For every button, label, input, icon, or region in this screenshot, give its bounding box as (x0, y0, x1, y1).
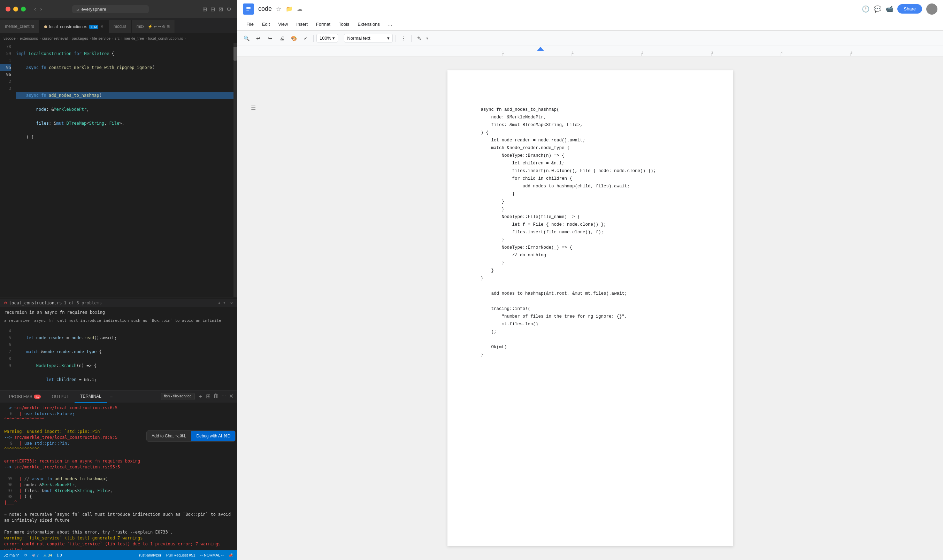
breadcrumb: vscode › extensions › cursor-retrieval ›… (0, 34, 237, 43)
breadcrumb-part[interactable]: local_construction.rs (148, 36, 183, 40)
list-icon[interactable]: ☰ (251, 105, 256, 111)
paint-format-button[interactable]: 🎨 (289, 34, 299, 43)
docs-menubar: File Edit View Insert Format Tools Exten… (237, 18, 943, 31)
docs-title[interactable]: code (258, 5, 272, 12)
search-bar[interactable]: ⌕ everysphere (72, 5, 149, 13)
share-button[interactable]: Share (897, 4, 922, 14)
code-line: let f = File { node: node.clone() }; (481, 222, 606, 227)
menu-extensions[interactable]: Extensions (354, 20, 383, 28)
warning-count: 34 (48, 553, 52, 557)
status-branch[interactable]: ⎇ main* (3, 553, 19, 558)
breadcrumb-sep: › (69, 36, 70, 40)
nav-down-icon[interactable]: ⬇ (218, 300, 220, 305)
spell-check-button[interactable]: ✓ (301, 34, 311, 43)
toolbar-separator-4 (411, 35, 411, 42)
minimize-button[interactable] (13, 7, 18, 11)
more-options-button[interactable]: ⋮ (399, 34, 408, 43)
folder-icon[interactable]: 📁 (286, 6, 293, 12)
forward-button[interactable]: › (39, 5, 43, 13)
tab-close-icon[interactable]: ✕ (100, 25, 103, 29)
redo-button[interactable]: ↪ (265, 34, 275, 43)
search-toolbar-button[interactable]: 🔍 (242, 34, 251, 43)
scrollbar[interactable] (233, 43, 237, 297)
add-to-chat-button[interactable]: Add to Chat ⌥⌘L (147, 431, 191, 441)
error-count-icon: ⊗ (32, 553, 35, 558)
status-warnings[interactable]: △ 34 (43, 553, 52, 558)
breadcrumb-part[interactable]: merkle_tree (124, 36, 144, 40)
style-dropdown[interactable]: Normal text ▾ (344, 34, 393, 43)
status-errors[interactable]: ⊗ 7 (32, 553, 39, 558)
svg-text:1: 1 (572, 51, 573, 54)
tab-mod[interactable]: mod.rs (109, 20, 132, 33)
video-icon[interactable]: 📹 (886, 5, 893, 13)
layout-icon[interactable]: ⊞ (202, 6, 207, 12)
back-button[interactable]: ‹ (33, 5, 37, 13)
menu-more[interactable]: ... (385, 20, 396, 28)
code-section-2: 4 5 6 7 8 9 let node_reader = node.read(… (0, 328, 237, 390)
more-icon[interactable]: ··· (222, 393, 226, 400)
terminal-line: 95 | // async fn add_nodes_to_hashmap( (4, 476, 233, 482)
breadcrumb-part[interactable]: packages (72, 36, 88, 40)
tab-problems[interactable]: PROBLEMS 41 (3, 391, 46, 403)
code-editor[interactable]: 78 59 1 95 96 2 3 impl LocalConstruction… (0, 43, 237, 297)
close-button[interactable] (6, 7, 11, 11)
close-panel-icon[interactable]: ✕ (229, 393, 233, 400)
terminal-line: error[E0733]: recursion in an async fn r… (4, 458, 233, 464)
debug-with-ai-button[interactable]: Debug with AI ⌘D (191, 431, 235, 441)
error-message-1: recursion in an async fn requires boxing (0, 307, 237, 318)
maximize-button[interactable] (21, 7, 26, 11)
grid-icon[interactable]: ⊠ (219, 6, 223, 12)
user-avatar[interactable] (926, 3, 937, 15)
undo-button[interactable]: ↩ (253, 34, 263, 43)
code-line: mt.files.len() (481, 322, 538, 327)
more-panel-options[interactable]: ··· (107, 394, 116, 399)
feedback-icon[interactable]: 📣 (229, 553, 233, 558)
error-nav[interactable]: ⬇ ⬆ (218, 300, 225, 305)
pr-status[interactable]: Pull Request #51 (166, 553, 196, 558)
settings-icon[interactable]: ⚙ (227, 6, 231, 12)
tab-output[interactable]: OUTPUT (46, 391, 75, 403)
star-icon[interactable]: ☆ (276, 5, 282, 13)
breadcrumb-part[interactable]: cursor-retrieval (42, 36, 68, 40)
code-line: node: &MerkleNodePtr, (481, 115, 546, 120)
print-button[interactable]: 🖨 (277, 34, 287, 43)
zoom-dropdown[interactable]: 100% ▾ (316, 34, 338, 43)
split-terminal-icon[interactable]: ⊞ (206, 393, 211, 400)
menu-edit[interactable]: Edit (259, 20, 273, 28)
panel-tabs: PROBLEMS 41 OUTPUT TERMINAL ··· fish - f… (0, 391, 237, 403)
tab-merkle-client[interactable]: merkle_client.rs (0, 20, 39, 33)
menu-view[interactable]: View (274, 20, 291, 28)
breadcrumb-part[interactable]: file-service (92, 36, 111, 40)
warning-icon: △ (43, 553, 46, 558)
split-icon[interactable]: ⊟ (211, 6, 215, 12)
menu-format[interactable]: Format (313, 20, 334, 28)
tab-terminal[interactable]: TERMINAL (75, 391, 107, 403)
panel-icons: fish - file-service ＋ ⊞ 🗑 ··· ✕ (161, 393, 233, 400)
history-icon[interactable]: 🕐 (862, 5, 869, 13)
menu-tools[interactable]: Tools (335, 20, 353, 28)
breadcrumb-part[interactable]: vscode (3, 36, 16, 40)
terminal-content[interactable]: --> src/merkle_tree/local_construction.r… (0, 403, 237, 550)
nav-up-icon[interactable]: ⬆ (223, 300, 225, 305)
edit-pencil-button[interactable]: ✎ (414, 34, 424, 43)
tab-local-construction[interactable]: local_construction.rs 3, M ✕ (39, 20, 109, 33)
docs-content-area[interactable]: ☰ async fn add_nodes_to_hashmap( node: &… (237, 57, 943, 560)
breadcrumb-part[interactable]: src (115, 36, 120, 40)
trash-icon[interactable]: 🗑 (213, 393, 219, 400)
breadcrumb-part[interactable]: extensions (20, 36, 39, 40)
comment-icon[interactable]: 💬 (874, 5, 881, 13)
status-sync[interactable]: ↻ (24, 553, 27, 558)
language-status[interactable]: rust-analyzer (139, 553, 161, 558)
breadcrumb-sep: › (145, 36, 147, 40)
menu-insert[interactable]: Insert (293, 20, 311, 28)
add-terminal-icon[interactable]: ＋ (197, 393, 203, 400)
zoom-value: 100% (320, 35, 331, 41)
code-line: ); (481, 329, 496, 334)
vscode-panel: ‹ › ⌕ everysphere ⊞ ⊟ ⊠ ⚙ merkle_client.… (0, 0, 237, 560)
status-info[interactable]: ℹ 0 (57, 553, 62, 558)
cloud-icon[interactable]: ☁ (297, 6, 302, 12)
terminal-line: --> src/merkle_tree/local_construction.r… (4, 405, 233, 411)
error-close-button[interactable]: ✕ (230, 300, 233, 305)
menu-file[interactable]: File (243, 20, 257, 28)
tab-mdx[interactable]: mdx ⚡ ↩ ↪ ⊙ ⊞ (132, 20, 175, 33)
